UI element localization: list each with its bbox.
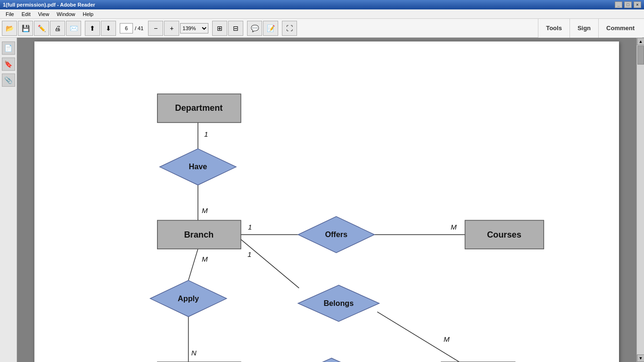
right-toolbar: Tools Sign Comment xyxy=(538,19,642,38)
zoom-out-btn[interactable]: − xyxy=(148,21,163,36)
close-btn[interactable]: × xyxy=(634,1,641,8)
sep4 xyxy=(209,21,211,36)
fullscreen-btn[interactable]: ⛶ xyxy=(282,21,297,36)
markup-btn[interactable]: 📝 xyxy=(263,21,278,36)
title-bar: 1(full permission).pdf - Adobe Reader _ … xyxy=(0,0,644,9)
relation-belongs-label: Belongs xyxy=(323,299,354,307)
page-separator: / 41 xyxy=(134,25,144,31)
card-branch-belongs: 1 xyxy=(248,250,251,258)
sep5 xyxy=(244,21,246,36)
toolbar: 📂 💾 ✏️ 🖨 ✉️ ⬆ ⬇ 6 / 41 − + 139% 100% 75%… xyxy=(0,19,644,38)
menu-edit[interactable]: Edit xyxy=(18,10,34,18)
sidebar-attach-icon[interactable]: 📎 xyxy=(2,74,15,87)
page-number-input[interactable]: 6 xyxy=(120,23,133,33)
card-belongs-student: M xyxy=(444,335,450,343)
tools-btn[interactable]: Tools xyxy=(538,19,570,38)
main-area: 📄 🔖 📎 xyxy=(0,38,644,362)
save-btn[interactable]: 💾 xyxy=(18,21,33,36)
menu-window[interactable]: Window xyxy=(53,10,79,18)
card-offers-courses: M xyxy=(451,223,457,231)
relation-have-label: Have xyxy=(189,162,207,171)
relation-selected xyxy=(291,358,372,362)
fit-width-btn[interactable]: ⊟ xyxy=(228,21,243,36)
prev-page-btn[interactable]: ⬇ xyxy=(101,21,116,36)
sep6 xyxy=(279,21,281,36)
email-btn[interactable]: ✉️ xyxy=(66,21,81,36)
scroll-thumb[interactable] xyxy=(637,46,644,65)
entity-department-label: Department xyxy=(175,103,223,113)
sign-btn[interactable]: Sign xyxy=(570,19,598,38)
card-branch-offers: 1 xyxy=(248,223,252,231)
zoom-select[interactable]: 139% 100% 75% 50% xyxy=(180,23,208,33)
left-sidebar: 📄 🔖 📎 xyxy=(0,38,17,362)
open-btn[interactable]: 📂 xyxy=(2,21,17,36)
card-dept-have: 1 xyxy=(204,130,208,138)
comment-panel-btn[interactable]: Comment xyxy=(598,19,642,38)
relation-offers-label: Offers xyxy=(325,230,347,239)
sep3 xyxy=(145,21,147,36)
comment-btn[interactable]: 💬 xyxy=(247,21,262,36)
restore-btn[interactable]: □ xyxy=(624,1,632,8)
pdf-viewer[interactable]: Department Branch Courses Applicant Stud… xyxy=(17,38,636,362)
title-bar-controls[interactable]: _ □ × xyxy=(615,1,641,8)
entity-courses-label: Courses xyxy=(487,230,521,239)
menu-file[interactable]: File xyxy=(2,10,18,18)
line-branch-apply xyxy=(189,249,198,280)
pdf-page: Department Branch Courses Applicant Stud… xyxy=(34,41,619,362)
sidebar-bookmarks-icon[interactable]: 🔖 xyxy=(2,58,15,71)
entity-branch-label: Branch xyxy=(184,230,214,239)
window-title: 1(full permission).pdf - Adobe Reader xyxy=(3,2,95,8)
sidebar-pages-icon[interactable]: 📄 xyxy=(2,41,15,55)
relation-apply-label: Apply xyxy=(178,294,199,303)
fit-page-btn[interactable]: ⊞ xyxy=(212,21,227,36)
sep2 xyxy=(117,21,119,36)
card-have-branch: M xyxy=(202,206,208,214)
edit-btn[interactable]: ✏️ xyxy=(34,21,49,36)
line-branch-belongs xyxy=(241,239,299,288)
sep1 xyxy=(82,21,84,36)
first-page-btn[interactable]: ⬆ xyxy=(85,21,100,36)
menu-help[interactable]: Help xyxy=(79,10,97,18)
menu-view[interactable]: View xyxy=(34,10,53,18)
scroll-up-btn[interactable]: ▲ xyxy=(637,38,644,45)
er-diagram: Department Branch Courses Applicant Stud… xyxy=(34,41,619,362)
zoom-in-btn[interactable]: + xyxy=(164,21,179,36)
card-apply-applicant: N xyxy=(191,349,197,357)
minimize-btn[interactable]: _ xyxy=(615,1,622,8)
print-btn[interactable]: 🖨 xyxy=(50,21,65,36)
scroll-down-btn[interactable]: ▼ xyxy=(637,354,644,362)
right-scrollbar[interactable]: ▲ ▼ xyxy=(636,38,644,362)
menu-bar: File Edit View Window Help xyxy=(0,9,644,19)
card-branch-apply: M xyxy=(202,255,208,263)
